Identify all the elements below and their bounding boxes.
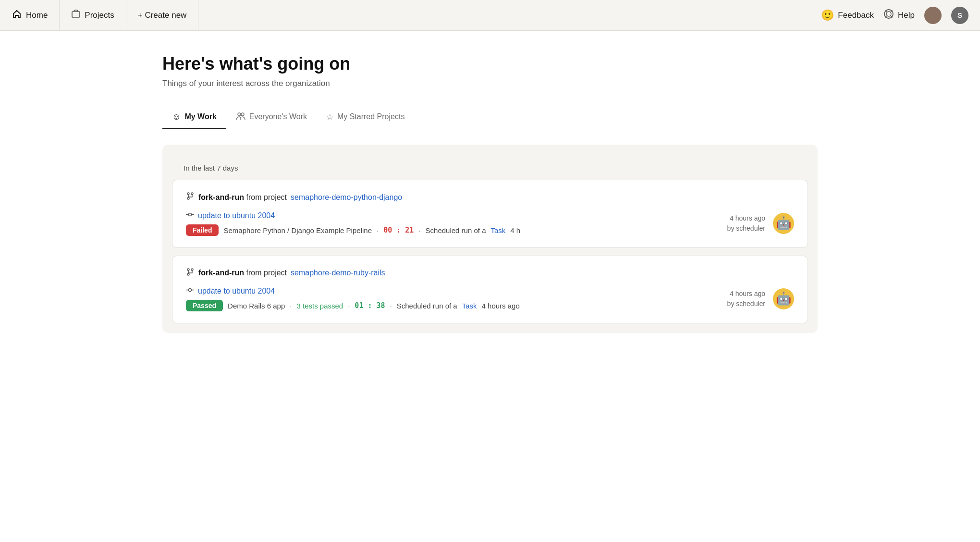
card-2-row: update to ubuntu 2004 Passed Demo Rails … (186, 286, 794, 311)
tab-my-work[interactable]: ☺ My Work (162, 106, 226, 129)
card-1-left: update to ubuntu 2004 Failed Semaphore P… (186, 210, 727, 236)
card-1-by-scheduler: by scheduler (727, 223, 765, 234)
card-1-row: update to ubuntu 2004 Failed Semaphore P… (186, 210, 794, 236)
card-1-right: 4 hours ago by scheduler 🤖 (727, 213, 794, 234)
nav-home[interactable]: Home (12, 0, 60, 31)
card-2-status-line: Passed Demo Rails 6 app · 3 tests passed… (186, 300, 520, 311)
card-2-commit-link[interactable]: update to ubuntu 2004 (198, 287, 275, 296)
user-avatar-initial[interactable]: S (951, 7, 968, 24)
card-2-status-badge: Passed (186, 300, 223, 311)
tab-everyones-work-label: Everyone's Work (249, 112, 307, 121)
nav-create-label: + Create new (138, 11, 187, 20)
nav-help[interactable]: Help (883, 9, 915, 22)
card-2-left: update to ubuntu 2004 Passed Demo Rails … (186, 286, 727, 311)
card-1-fork-text: fork-and-run from project (198, 193, 287, 202)
commit-icon-2 (186, 286, 194, 296)
nav-create[interactable]: + Create new (126, 0, 199, 31)
card-1-status-line: Failed Semaphore Python / Django Example… (186, 224, 520, 236)
card-1-project-link[interactable]: semaphore-demo-python-django (291, 193, 402, 202)
nav-home-label: Home (26, 11, 48, 20)
card-2-right: 4 hours ago by scheduler 🤖 (727, 288, 794, 309)
fork-icon-1 (186, 192, 195, 203)
main-content: Here's what's going on Things of your in… (139, 31, 841, 333)
nav-projects-label: Projects (85, 11, 114, 20)
tab-starred[interactable]: ☆ My Starred Projects (317, 106, 414, 129)
svg-point-21 (189, 289, 192, 292)
svg-point-14 (189, 213, 192, 216)
card-2-header: fork-and-run from project semaphore-demo… (186, 268, 794, 278)
tab-my-work-label: My Work (184, 112, 216, 121)
section-label: In the last 7 days (172, 154, 808, 172)
user-avatar-photo[interactable] (924, 7, 942, 24)
pipeline-card-1: fork-and-run from project semaphore-demo… (172, 180, 808, 248)
card-2-project-link[interactable]: semaphore-demo-ruby-rails (291, 269, 385, 277)
tab-starred-label: My Starred Projects (337, 112, 404, 121)
card-2-task-link[interactable]: Task (462, 302, 477, 310)
page-title: Here's what's going on (162, 54, 818, 74)
nav-help-label: Help (898, 11, 915, 20)
star-icon: ☆ (326, 112, 333, 122)
card-1-commit-line: update to ubuntu 2004 (186, 210, 275, 221)
tabs-bar: ☺ My Work Everyone's Work ☆ My Starred P… (162, 106, 818, 129)
card-1-time-info: 4 hours ago by scheduler (727, 213, 765, 234)
svg-rect-1 (72, 12, 80, 17)
tab-everyones-work[interactable]: Everyone's Work (226, 106, 317, 129)
feedback-icon: 🙂 (821, 9, 834, 22)
pipeline-card-2: fork-and-run from project semaphore-demo… (172, 256, 808, 323)
card-1-commit-link[interactable]: update to ubuntu 2004 (198, 211, 275, 220)
nav-feedback-label: Feedback (838, 11, 874, 20)
svg-point-9 (241, 113, 244, 116)
svg-point-0 (16, 10, 17, 11)
nav-feedback[interactable]: 🙂 Feedback (821, 9, 874, 22)
card-2-scheduler-avatar: 🤖 (773, 288, 794, 309)
nav-right: 🙂 Feedback Help S (821, 7, 968, 24)
card-2-timer: 01 : 38 (355, 301, 385, 310)
everyones-work-icon (236, 111, 245, 122)
card-1-timer: 00 : 21 (383, 226, 414, 234)
help-icon (883, 9, 894, 22)
card-1-time-ago: 4 hours ago (727, 213, 765, 223)
card-1-status-badge: Failed (186, 224, 219, 236)
card-2-tests-passed: 3 tests passed (296, 302, 343, 310)
card-2-fork-text: fork-and-run from project (198, 269, 287, 277)
nav-projects[interactable]: Projects (60, 0, 126, 31)
card-2-by-scheduler: by scheduler (727, 299, 765, 309)
card-2-pipeline-text: Demo Rails 6 app (228, 302, 285, 310)
projects-icon (71, 9, 81, 21)
card-1-pipeline-text: Semaphore Python / Django Example Pipeli… (223, 226, 372, 234)
page-subtitle: Things of your interest across the organ… (162, 79, 818, 88)
commit-icon-1 (186, 210, 194, 221)
card-1-scheduler-avatar: 🤖 (773, 213, 794, 234)
cards-section: In the last 7 days fork-and-run from pro… (162, 145, 818, 333)
fork-icon-2 (186, 268, 195, 278)
card-1-task-link[interactable]: Task (491, 226, 506, 234)
card-1-header: fork-and-run from project semaphore-demo… (186, 192, 794, 203)
svg-point-8 (238, 113, 241, 116)
svg-point-3 (886, 12, 891, 16)
card-2-time-info: 4 hours ago by scheduler (727, 289, 765, 309)
card-2-commit-line: update to ubuntu 2004 (186, 286, 275, 296)
card-1-scheduled-text: Scheduled run of a (426, 226, 486, 234)
my-work-icon: ☺ (172, 112, 181, 122)
card-2-scheduled-text: Scheduled run of a (397, 302, 457, 310)
home-icon (12, 9, 22, 22)
navbar: Home Projects + Create new 🙂 Feedback (0, 0, 980, 31)
nav-left: Home Projects + Create new (12, 0, 821, 31)
card-2-time-ago: 4 hours ago (727, 289, 765, 299)
